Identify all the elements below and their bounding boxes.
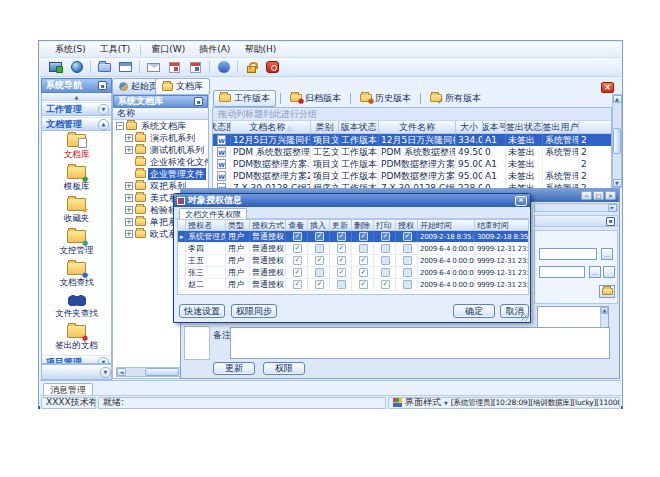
permission-sync-button[interactable]: 权限同步 (231, 304, 277, 318)
scroll-right-icon[interactable]: ► (608, 204, 617, 212)
sidebar-item[interactable]: 收藏夹 (42, 195, 111, 227)
checkbox-checked[interactable] (359, 268, 368, 277)
version-tab-4[interactable]: 所有版本 (425, 91, 486, 106)
checkbox-checked[interactable] (337, 244, 346, 253)
toolbar-button-calendar[interactable] (165, 59, 184, 75)
permission-button[interactable]: 权限 (263, 362, 305, 375)
table-vertical-scrollbar[interactable]: ▲ ▼ (612, 94, 622, 188)
dialog-column-header-7[interactable]: 更新 (330, 220, 352, 231)
menu-item[interactable]: 工具(T) (93, 42, 138, 57)
close-icon[interactable]: × (605, 191, 616, 200)
checkbox-unchecked[interactable] (381, 244, 390, 253)
expand-icon[interactable]: + (125, 134, 133, 142)
tree-item[interactable]: 企业管理文件 (113, 168, 208, 180)
dialog-column-header-12[interactable]: 结束时间 (475, 220, 529, 231)
checkbox-checked[interactable] (359, 280, 368, 289)
properties-scrollbar[interactable]: ► (534, 203, 618, 212)
dialog-column-header-2[interactable]: 授权者 (186, 220, 226, 231)
checkbox-checked[interactable] (337, 232, 346, 241)
collapse-icon[interactable]: − (116, 122, 124, 130)
chevron-down-icon[interactable]: ▼ (98, 104, 109, 115)
chevron-down-icon[interactable]: ▼ (98, 357, 109, 365)
minimize-icon[interactable]: − (581, 191, 592, 200)
table-row[interactable]: W12月5日万兴隆同行...项目文档工作版本12月5日万兴隆同行...334.0… (213, 134, 611, 146)
checkbox-checked[interactable] (359, 256, 368, 265)
checkbox-checked[interactable] (315, 232, 324, 241)
sidebar-item[interactable]: 文控管理 (42, 227, 111, 259)
toolbar-button-folder[interactable] (95, 59, 114, 75)
permission-row[interactable]: 张三用户普通授权2009-6-4 0:00:009999-12-31 23:59… (178, 267, 528, 279)
column-header-8[interactable]: 签出状态 (506, 121, 543, 134)
dialog-column-header-9[interactable]: 打印 (374, 220, 396, 231)
checkbox-unchecked[interactable] (403, 268, 412, 277)
checkbox-unchecked[interactable] (403, 256, 412, 265)
form-input[interactable] (539, 266, 585, 278)
checkbox-checked[interactable] (293, 280, 302, 289)
toolbar-button-window[interactable] (116, 59, 135, 75)
permission-row[interactable]: 赵二用户普通授权2009-6-4 0:00:009999-12-31 23:59… (178, 279, 528, 291)
dialog-column-header-8[interactable]: 删除 (352, 220, 374, 231)
checkbox-unchecked[interactable] (359, 244, 368, 253)
dialog-column-header-10[interactable]: 授权 (396, 220, 418, 231)
browse-button[interactable] (603, 266, 615, 278)
tree-item[interactable]: 企业标准化文件 (113, 156, 208, 168)
tab-document-library[interactable]: 文档库 (155, 78, 210, 94)
scroll-left-icon[interactable]: ◄ (117, 368, 126, 376)
dialog-column-header-6[interactable]: 插入 (308, 220, 330, 231)
expand-icon[interactable]: + (125, 194, 133, 202)
scroll-up-icon[interactable]: ▲ (613, 95, 622, 103)
chevron-up-icon[interactable]: ▲ (98, 119, 109, 130)
menu-item[interactable]: 窗口(W) (144, 42, 192, 57)
column-header-9[interactable]: 签出用户 (543, 121, 579, 134)
scrollbar-thumb[interactable] (145, 368, 179, 376)
ellipsis-button[interactable]: … (589, 266, 601, 278)
tree-column-header[interactable]: 名称 (113, 108, 208, 120)
dialog-titlebar[interactable]: 对象授权信息 × (174, 194, 530, 207)
scrollbar-thumb[interactable] (613, 128, 621, 154)
toolbar-button-lock[interactable] (242, 59, 261, 75)
sidebar-group-文档管理[interactable]: 文档管理▲ (42, 117, 111, 131)
column-header-5[interactable]: 文件名称 (379, 121, 456, 134)
column-header-1[interactable]: 状态图 (213, 121, 231, 134)
expand-icon[interactable]: + (125, 230, 133, 238)
column-header-2[interactable]: 文档名称△ (231, 121, 311, 134)
sidebar-item[interactable]: 文件夹查找 (42, 291, 111, 322)
pin-icon[interactable]: ▪ (194, 97, 203, 106)
column-header-3[interactable]: 类别 (311, 121, 339, 134)
dialog-column-header-11[interactable]: 开始时间 (418, 220, 475, 231)
checkbox-checked[interactable] (381, 232, 390, 241)
checkbox-checked[interactable] (359, 232, 368, 241)
ok-button[interactable]: 确定 (453, 304, 495, 318)
toolbar-button-monitor[interactable] (46, 59, 65, 75)
menu-item[interactable]: 插件(A) (192, 42, 237, 57)
dialog-column-header-5[interactable]: 查看 (286, 220, 308, 231)
menu-item[interactable]: 系统(S) (48, 42, 93, 57)
menu-item[interactable]: 帮助(H) (237, 42, 283, 57)
column-header-6[interactable]: 大小 (456, 121, 483, 134)
table-row[interactable]: WPDM数据整理方案2.doc项目文档工作版本PDM数据整理方案2.doc95.… (213, 170, 611, 182)
version-tab-2[interactable]: 归档版本 (285, 91, 346, 106)
permission-row[interactable]: 王五用户普通授权2009-6-4 0:00:009999-12-31 23:59… (178, 255, 528, 267)
chevron-down-icon[interactable]: ▼ (444, 400, 448, 406)
checkbox-checked[interactable] (315, 280, 324, 289)
pin-icon[interactable]: ▪ (98, 81, 107, 90)
checkbox-checked[interactable] (293, 256, 302, 265)
expand-icon[interactable]: + (125, 146, 133, 154)
close-icon[interactable]: × (515, 196, 527, 206)
checkbox-checked[interactable] (337, 268, 346, 277)
version-tab-1[interactable]: 工作版本 (213, 90, 276, 107)
ui-style-label[interactable]: 界面样式 (405, 397, 441, 409)
quick-setup-button[interactable]: 快速设置 (179, 304, 225, 318)
table-row[interactable]: WPDM 系统数据整理检...工艺文档工作版本PDM 系统数据整理...49.5… (213, 146, 611, 158)
toolbar-button-calendar-alt[interactable] (186, 59, 205, 75)
tree-item[interactable]: +演示机系列 (113, 132, 208, 144)
version-tab-3[interactable]: 历史版本 (355, 91, 416, 106)
checkbox-checked[interactable] (337, 256, 346, 265)
checkbox-unchecked[interactable] (403, 244, 412, 253)
dialog-column-header-4[interactable]: 授权方式 (250, 220, 286, 231)
tab-folder-permissions[interactable]: 文档文件夹权限 (179, 208, 247, 219)
tree-item[interactable]: +测试机机系列 (113, 144, 208, 156)
permission-row[interactable]: 李四用户普通授权2009-6-4 0:00:009999-12-31 23:59… (178, 243, 528, 255)
checkbox-checked[interactable] (315, 256, 324, 265)
expand-icon[interactable]: + (125, 182, 133, 190)
